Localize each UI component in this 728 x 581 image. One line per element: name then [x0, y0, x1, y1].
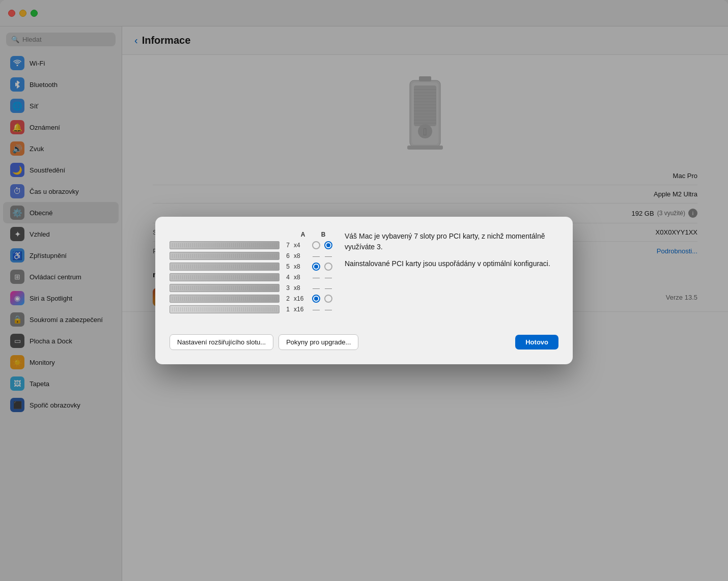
- pci-bar-6: [170, 252, 279, 260]
- pci-size-2: x16: [294, 295, 308, 302]
- done-button[interactable]: Hotovo: [515, 335, 558, 350]
- pci-radio-7a: [312, 241, 320, 249]
- pci-slot-3: 3 x8 — —: [170, 284, 332, 292]
- pci-num-6: 6: [284, 252, 290, 259]
- pci-num-2: 2: [284, 295, 290, 302]
- pci-slot-5: 5 x8: [170, 263, 332, 271]
- pci-column-headers: A B: [170, 231, 332, 238]
- pci-radio-5a: [312, 263, 320, 271]
- pci-size-6: x8: [294, 252, 308, 259]
- pci-num-1: 1: [284, 306, 290, 313]
- pci-num-3: 3: [284, 284, 290, 292]
- pci-bar-1: [170, 305, 279, 313]
- col-a-header: A: [298, 231, 308, 238]
- pci-size-1: x16: [294, 306, 308, 313]
- pci-dash-3a: —: [312, 284, 320, 292]
- pci-bar-5: [170, 263, 279, 271]
- pci-slot-6: 6 x8 — —: [170, 252, 332, 260]
- pci-slot-7: 7 x4: [170, 241, 332, 249]
- col-b-header: B: [318, 231, 328, 238]
- pci-modal: A B 7 x4 6 x8: [155, 217, 573, 364]
- pci-radio-2a: [312, 295, 320, 303]
- modal-info: Váš Mac je vybavený 7 sloty pro PCI kart…: [345, 231, 558, 316]
- upgrade-button[interactable]: Pokyny pro upgrade...: [278, 334, 358, 350]
- pci-bar-4: [170, 273, 279, 281]
- pci-radio-7b: [324, 241, 332, 249]
- pci-bar-7: [170, 241, 279, 249]
- modal-content: A B 7 x4 6 x8: [170, 231, 558, 316]
- pci-radio-5b: [324, 263, 332, 271]
- modal-overlay: A B 7 x4 6 x8: [0, 0, 728, 581]
- slot-settings-button[interactable]: Nastavení rozšiřujícího slotu...: [170, 334, 273, 350]
- pci-radio-2b: [324, 295, 332, 303]
- pci-dash-4a: —: [312, 273, 320, 281]
- pci-size-5: x8: [294, 263, 308, 270]
- pci-dash-3b: —: [324, 284, 332, 292]
- pci-num-5: 5: [284, 263, 290, 270]
- pci-slot-1: 1 x16 — —: [170, 305, 332, 313]
- pci-num-4: 4: [284, 274, 290, 281]
- modal-buttons: Nastavení rozšiřujícího slotu... Pokyny …: [170, 326, 558, 350]
- pci-num-7: 7: [284, 242, 290, 249]
- main-window: 🔍 Wi-Fi Bluetooth: [0, 0, 728, 581]
- pci-dash-6b: —: [324, 252, 332, 260]
- pci-dash-1b: —: [324, 305, 332, 313]
- pci-size-4: x8: [294, 274, 308, 281]
- pci-size-7: x4: [294, 242, 308, 249]
- pci-dash-1a: —: [312, 305, 320, 313]
- pci-dash-4b: —: [324, 273, 332, 281]
- pci-dash-6a: —: [312, 252, 320, 260]
- pci-slots-area: A B 7 x4 6 x8: [170, 231, 332, 316]
- pci-slot-4: 4 x8 — —: [170, 273, 332, 281]
- modal-btn-group: Nastavení rozšiřujícího slotu... Pokyny …: [170, 334, 358, 350]
- modal-description-2: Nainstalované PCI karty jsou uspořádány …: [345, 258, 558, 269]
- pci-bar-3: [170, 284, 279, 292]
- pci-slot-2: 2 x16: [170, 295, 332, 303]
- pci-bar-2: [170, 295, 279, 303]
- modal-description-1: Váš Mac je vybavený 7 sloty pro PCI kart…: [345, 231, 558, 252]
- pci-size-3: x8: [294, 284, 308, 292]
